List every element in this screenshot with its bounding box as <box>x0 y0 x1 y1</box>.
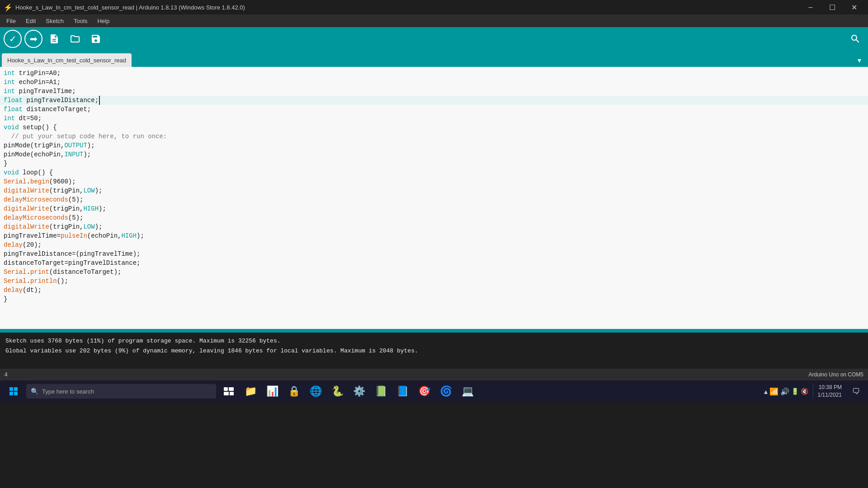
console-line-2: Global variables use 202 bytes (9%) of d… <box>5 346 863 356</box>
code-line-24: Serial.println(); <box>0 277 868 286</box>
code-line-1: int trigPin=A0; <box>0 69 868 78</box>
code-line-11: } <box>0 159 868 168</box>
active-tab[interactable]: Hooke_s_Law_ln_cm_test_cold_sensor_read <box>2 53 132 67</box>
tray-separator <box>813 384 813 399</box>
app-icon-9[interactable]: 🎯 <box>414 381 434 401</box>
file-explorer-icon[interactable]: 📁 <box>241 381 260 401</box>
window-title: Hooke_s_Law_ln_cm_test_cold_sensor_read … <box>15 4 245 11</box>
notification-center[interactable]: 🗨 <box>846 381 866 401</box>
code-line-4: float pingTravelDistance; <box>0 96 868 105</box>
line-number: 4 <box>5 371 8 378</box>
code-line-9: pinMode(trigPin,OUTPUT); <box>0 141 868 150</box>
menu-sketch[interactable]: Sketch <box>41 16 68 26</box>
code-line-13: Serial.begin(9600); <box>0 177 868 186</box>
close-button[interactable]: ✕ <box>844 0 864 14</box>
console-output: Sketch uses 3768 bytes (11%) of program … <box>0 333 868 369</box>
menu-file[interactable]: File <box>2 16 20 26</box>
code-line-25: delay(dt); <box>0 286 868 295</box>
app-icon-11[interactable]: 💻 <box>458 381 477 401</box>
title-bar-controls: – ☐ ✕ <box>800 0 864 14</box>
menu-bar: File Edit Sketch Tools Help <box>0 14 868 27</box>
edge-icon[interactable]: 🌀 <box>436 381 456 401</box>
app7-icon[interactable]: 🐍 <box>327 381 347 401</box>
start-button[interactable] <box>2 380 25 402</box>
svg-rect-0 <box>9 387 13 391</box>
code-line-6: int dt=50; <box>0 114 868 123</box>
code-line-17: delayMicroseconds(5); <box>0 213 868 222</box>
toolbar: ✓ ➡ <box>0 27 868 51</box>
taskbar: 🔍 Type here to search 📁 📊 🔒 🌐 🐍 ⚙️ 📗 📘 🎯… <box>0 380 868 402</box>
svg-rect-1 <box>14 387 18 391</box>
tab-bar: Hooke_s_Law_ln_cm_test_cold_sensor_read … <box>0 51 868 67</box>
code-line-22: distanceToTarget=pingTravelDistance; <box>0 258 868 267</box>
code-line-12: void loop() { <box>0 168 868 177</box>
code-line-14: digitalWrite(trigPin,LOW); <box>0 186 868 195</box>
menu-help[interactable]: Help <box>93 16 114 26</box>
taskbar-search[interactable]: 🔍 Type here to search <box>26 384 216 399</box>
svg-rect-2 <box>9 392 13 395</box>
menu-edit[interactable]: Edit <box>21 16 40 26</box>
board-info: Arduino Uno on COM5 <box>809 371 863 378</box>
search-icon: 🔍 <box>31 388 38 395</box>
taskbar-right: ▴ 📶 🔊 🔋 🔇 10:38 PM 1/11/2021 🗨 <box>764 381 866 401</box>
network-icon[interactable]: 📶 <box>769 387 778 396</box>
code-line-26: } <box>0 295 868 304</box>
system-tray: ▴ 📶 🔊 🔋 🔇 <box>764 387 808 396</box>
search-placeholder: Type here to search <box>42 388 94 395</box>
svg-rect-5 <box>229 387 234 391</box>
excel-icon[interactable]: 📗 <box>371 381 391 401</box>
code-line-8: // put your setup code here, to run once… <box>0 132 868 141</box>
code-line-20: delay(20); <box>0 240 868 249</box>
code-line-19: pingTravelTime=pulseIn(echoPin,HIGH); <box>0 231 868 240</box>
tab-label: Hooke_s_Law_ln_cm_test_cold_sensor_read <box>7 57 126 64</box>
lock-icon[interactable]: 🔒 <box>284 381 304 401</box>
taskview-button[interactable] <box>219 381 239 401</box>
volume-icon[interactable]: 🔊 <box>780 387 789 396</box>
svg-rect-6 <box>224 392 229 395</box>
search-button[interactable] <box>846 30 864 48</box>
title-bar-left: ⚡ Hooke_s_Law_ln_cm_test_cold_sensor_rea… <box>4 3 245 12</box>
code-line-2: int echoPin=A1; <box>0 78 868 87</box>
console-divider <box>0 329 868 333</box>
code-editor[interactable]: int trigPin=A0; int echoPin=A1; int ping… <box>0 67 868 329</box>
clock-time: 10:38 PM <box>818 384 842 391</box>
code-line-15: delayMicroseconds(5); <box>0 195 868 204</box>
clock[interactable]: 10:38 PM 1/11/2021 <box>818 384 842 399</box>
app6-icon[interactable]: 🌐 <box>306 381 326 401</box>
console-line-1: Sketch uses 3768 bytes (11%) of program … <box>5 336 863 346</box>
status-bar: 4 Arduino Uno on COM5 <box>0 369 868 380</box>
verify-button[interactable]: ✓ <box>4 30 22 48</box>
clock-date: 1/11/2021 <box>818 391 842 399</box>
save-button[interactable] <box>87 30 105 48</box>
title-bar: ⚡ Hooke_s_Law_ln_cm_test_cold_sensor_rea… <box>0 0 868 14</box>
code-line-10: pinMode(echoPin,INPUT); <box>0 150 868 159</box>
code-line-23: Serial.print(distanceToTarget); <box>0 267 868 277</box>
code-line-18: digitalWrite(trigPin,LOW); <box>0 222 868 231</box>
app-icon: ⚡ <box>4 3 13 12</box>
code-line-5: float distanceToTarget; <box>0 105 868 114</box>
code-line-16: digitalWrite(trigPin,HIGH); <box>0 204 868 213</box>
battery-icon[interactable]: 🔋 <box>791 388 799 395</box>
new-button[interactable] <box>45 30 63 48</box>
maximize-button[interactable]: ☐ <box>822 0 843 14</box>
code-line-7: void setup() { <box>0 123 868 132</box>
svg-rect-3 <box>14 392 18 395</box>
upload-button[interactable]: ➡ <box>24 30 42 48</box>
menu-tools[interactable]: Tools <box>69 16 92 26</box>
code-line-3: int pingTravelTime; <box>0 87 868 96</box>
code-line-21: pingTravelDistance=(pingTravelTime); <box>0 249 868 258</box>
word-icon[interactable]: 📘 <box>392 381 412 401</box>
open-button[interactable] <box>66 30 84 48</box>
powerpoint-icon[interactable]: 📊 <box>262 381 282 401</box>
taskbar-center: 📁 📊 🔒 🌐 🐍 ⚙️ 📗 📘 🎯 🌀 💻 <box>219 381 477 401</box>
tab-dropdown-arrow[interactable]: ▾ <box>853 53 866 67</box>
mute-icon[interactable]: 🔇 <box>801 388 808 395</box>
svg-rect-7 <box>230 392 234 395</box>
show-hidden-icons[interactable]: ▴ <box>764 387 768 396</box>
svg-rect-4 <box>224 387 228 391</box>
settings-icon[interactable]: ⚙️ <box>349 381 369 401</box>
minimize-button[interactable]: – <box>800 0 821 14</box>
